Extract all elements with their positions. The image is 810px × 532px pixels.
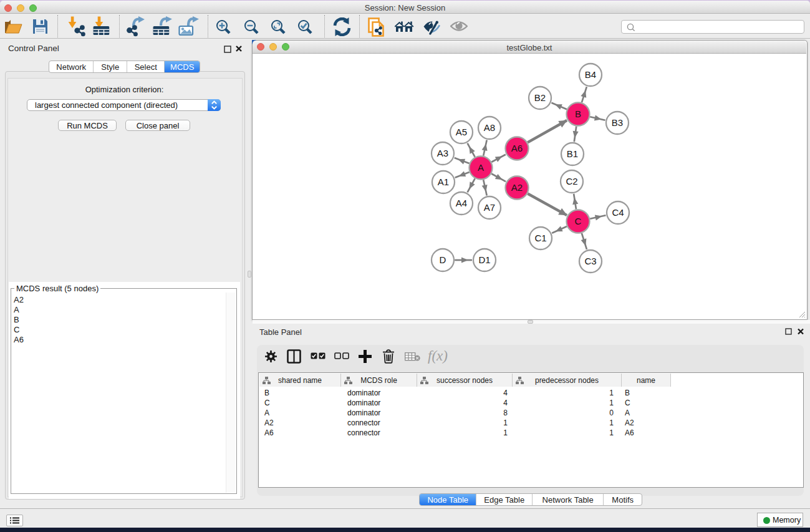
svg-text:C: C xyxy=(575,216,582,226)
svg-text:A2: A2 xyxy=(511,182,523,193)
svg-text:C2: C2 xyxy=(566,176,577,186)
svg-text:B4: B4 xyxy=(585,69,596,80)
svg-text:A8: A8 xyxy=(484,122,495,133)
svg-text:A1: A1 xyxy=(438,177,449,187)
svg-text:D1: D1 xyxy=(478,254,490,265)
svg-text:B1: B1 xyxy=(567,148,578,159)
svg-text:B3: B3 xyxy=(612,117,623,128)
svg-text:A5: A5 xyxy=(456,127,467,137)
svg-text:B2: B2 xyxy=(534,92,546,103)
svg-text:D: D xyxy=(440,254,446,265)
svg-text:C4: C4 xyxy=(612,207,624,218)
svg-text:A: A xyxy=(478,162,484,173)
svg-text:A6: A6 xyxy=(511,143,523,153)
svg-text:C1: C1 xyxy=(534,233,546,243)
svg-text:A4: A4 xyxy=(456,198,467,208)
svg-text:A3: A3 xyxy=(437,148,448,158)
svg-text:B: B xyxy=(575,109,581,119)
svg-text:C3: C3 xyxy=(584,256,596,266)
svg-text:A7: A7 xyxy=(484,202,495,213)
